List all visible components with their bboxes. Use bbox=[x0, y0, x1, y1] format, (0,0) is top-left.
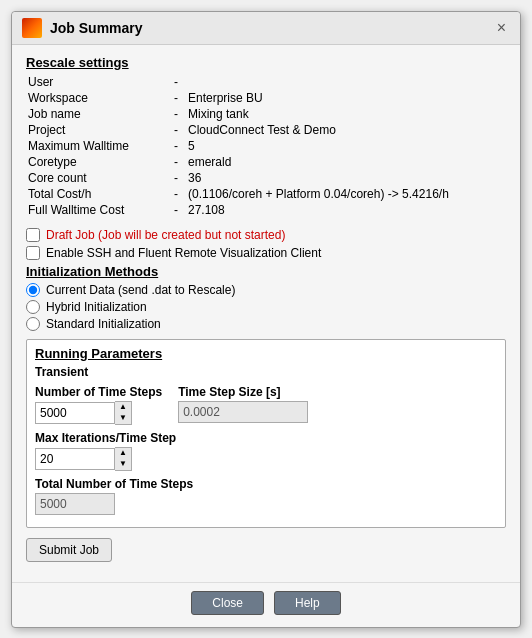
num-time-steps-group: Number of Time Steps ▲ ▼ bbox=[35, 385, 162, 425]
total-steps-input[interactable] bbox=[35, 493, 115, 515]
table-row: User - bbox=[26, 74, 506, 90]
num-time-steps-input-wrapper: ▲ ▼ bbox=[35, 401, 162, 425]
row-label: Job name bbox=[26, 106, 166, 122]
row-label: Total Cost/h bbox=[26, 186, 166, 202]
row-dash: - bbox=[166, 154, 186, 170]
initialization-header: Initialization Methods bbox=[26, 264, 506, 279]
num-time-steps-down[interactable]: ▼ bbox=[115, 413, 131, 424]
max-iter-down[interactable]: ▼ bbox=[115, 459, 131, 470]
max-iter-up[interactable]: ▲ bbox=[115, 448, 131, 459]
ssh-label: Enable SSH and Fluent Remote Visualizati… bbox=[46, 246, 321, 260]
running-params-header: Running Parameters bbox=[35, 346, 497, 361]
max-iter-input[interactable] bbox=[35, 448, 115, 470]
time-steps-row: Number of Time Steps ▲ ▼ Time Step Size … bbox=[35, 385, 497, 425]
dialog-title: Job Summary bbox=[50, 20, 143, 36]
init-radio-label-0: Current Data (send .dat to Rescale) bbox=[46, 283, 235, 297]
max-iter-group: Max Iterations/Time Step ▲ ▼ bbox=[35, 431, 176, 471]
max-iter-spinbox: ▲ ▼ bbox=[115, 447, 132, 471]
table-row: Coretype - emerald bbox=[26, 154, 506, 170]
radio-row: Hybrid Initialization bbox=[26, 300, 506, 314]
row-value: Enterprise BU bbox=[186, 90, 506, 106]
row-label: Coretype bbox=[26, 154, 166, 170]
row-dash: - bbox=[166, 106, 186, 122]
running-params-box: Running Parameters Transient Number of T… bbox=[26, 339, 506, 528]
init-radio-0[interactable] bbox=[26, 283, 40, 297]
ssh-row: Enable SSH and Fluent Remote Visualizati… bbox=[26, 246, 506, 260]
total-steps-row: Total Number of Time Steps bbox=[35, 477, 497, 515]
time-step-size-group: Time Step Size [s] bbox=[178, 385, 308, 423]
table-row: Core count - 36 bbox=[26, 170, 506, 186]
row-label: Core count bbox=[26, 170, 166, 186]
ssh-checkbox[interactable] bbox=[26, 246, 40, 260]
num-time-steps-spinbox: ▲ ▼ bbox=[115, 401, 132, 425]
titlebar: Job Summary × bbox=[12, 12, 520, 45]
init-radio-2[interactable] bbox=[26, 317, 40, 331]
row-label: Workspace bbox=[26, 90, 166, 106]
row-label: Project bbox=[26, 122, 166, 138]
table-row: Total Cost/h - (0.1106/coreh + Platform … bbox=[26, 186, 506, 202]
total-steps-input-wrapper bbox=[35, 493, 193, 515]
row-value: 36 bbox=[186, 170, 506, 186]
time-step-size-label: Time Step Size [s] bbox=[178, 385, 308, 399]
radio-row: Standard Initialization bbox=[26, 317, 506, 331]
total-steps-label: Total Number of Time Steps bbox=[35, 477, 193, 491]
job-summary-dialog: Job Summary × Rescale settings User - Wo… bbox=[11, 11, 521, 628]
app-icon bbox=[22, 18, 42, 38]
max-iter-input-wrapper: ▲ ▼ bbox=[35, 447, 176, 471]
draft-job-checkbox[interactable] bbox=[26, 228, 40, 242]
time-step-size-input-wrapper bbox=[178, 401, 308, 423]
row-dash: - bbox=[166, 170, 186, 186]
row-dash: - bbox=[166, 186, 186, 202]
row-value bbox=[186, 74, 506, 90]
submit-job-button[interactable]: Submit Job bbox=[26, 538, 112, 562]
num-time-steps-input[interactable] bbox=[35, 402, 115, 424]
dialog-footer: Close Help bbox=[12, 582, 520, 627]
submit-row: Submit Job bbox=[26, 538, 506, 562]
row-dash: - bbox=[166, 202, 186, 218]
row-dash: - bbox=[166, 138, 186, 154]
table-row: Full Walltime Cost - 27.108 bbox=[26, 202, 506, 218]
init-radio-label-2: Standard Initialization bbox=[46, 317, 161, 331]
row-value: CloudConnect Test & Demo bbox=[186, 122, 506, 138]
row-value: 27.108 bbox=[186, 202, 506, 218]
row-dash: - bbox=[166, 122, 186, 138]
init-radio-1[interactable] bbox=[26, 300, 40, 314]
row-dash: - bbox=[166, 74, 186, 90]
titlebar-left: Job Summary bbox=[22, 18, 143, 38]
help-button[interactable]: Help bbox=[274, 591, 341, 615]
max-iter-row: Max Iterations/Time Step ▲ ▼ bbox=[35, 431, 497, 471]
radio-row: Current Data (send .dat to Rescale) bbox=[26, 283, 506, 297]
draft-job-row: Draft Job (Job will be created but not s… bbox=[26, 228, 506, 242]
table-row: Job name - Mixing tank bbox=[26, 106, 506, 122]
table-row: Maximum Walltime - 5 bbox=[26, 138, 506, 154]
initialization-section: Initialization Methods Current Data (sen… bbox=[26, 264, 506, 331]
row-value: 5 bbox=[186, 138, 506, 154]
time-step-size-input[interactable] bbox=[178, 401, 308, 423]
rescale-settings-table: User - Workspace - Enterprise BU Job nam… bbox=[26, 74, 506, 218]
row-value: emerald bbox=[186, 154, 506, 170]
init-radio-label-1: Hybrid Initialization bbox=[46, 300, 147, 314]
row-label: Maximum Walltime bbox=[26, 138, 166, 154]
row-label: Full Walltime Cost bbox=[26, 202, 166, 218]
rescale-settings-header: Rescale settings bbox=[26, 55, 506, 70]
row-dash: - bbox=[166, 90, 186, 106]
row-value: (0.1106/coreh + Platform 0.04/coreh) -> … bbox=[186, 186, 506, 202]
dialog-content: Rescale settings User - Workspace - Ente… bbox=[12, 45, 520, 582]
close-icon[interactable]: × bbox=[493, 20, 510, 36]
total-steps-group: Total Number of Time Steps bbox=[35, 477, 193, 515]
num-time-steps-up[interactable]: ▲ bbox=[115, 402, 131, 413]
draft-job-label: Draft Job (Job will be created but not s… bbox=[46, 228, 285, 242]
close-button[interactable]: Close bbox=[191, 591, 264, 615]
max-iter-label: Max Iterations/Time Step bbox=[35, 431, 176, 445]
row-label: User bbox=[26, 74, 166, 90]
table-row: Project - CloudConnect Test & Demo bbox=[26, 122, 506, 138]
row-value: Mixing tank bbox=[186, 106, 506, 122]
num-time-steps-label: Number of Time Steps bbox=[35, 385, 162, 399]
transient-header: Transient bbox=[35, 365, 497, 379]
table-row: Workspace - Enterprise BU bbox=[26, 90, 506, 106]
